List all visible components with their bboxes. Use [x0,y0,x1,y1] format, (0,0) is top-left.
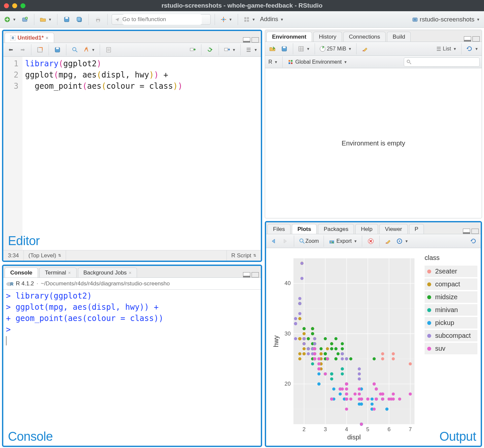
r-version: R 4.1.2 [16,280,34,287]
project-menu[interactable]: R rstudio-screenshots ▼ [410,16,481,23]
svg-point-96 [298,337,301,340]
output-tab-help[interactable]: Help [355,224,378,234]
mode-selector[interactable]: R Script ⇅ [226,250,261,261]
forward-icon[interactable]: ➡ [17,47,28,53]
close-icon[interactable] [4,3,9,8]
load-workspace-icon[interactable] [267,46,278,52]
code-area[interactable]: library(ggplot2) ggplot(mpg, aes(displ, … [22,57,261,250]
output-tab-viewer[interactable]: Viewer [379,224,408,234]
maximize-icon[interactable] [20,3,25,8]
svg-point-287 [313,357,316,360]
zoom-button[interactable]: Zoom [297,238,320,244]
minimize-pane-icon[interactable] [243,272,250,277]
svg-point-201 [345,357,348,360]
outline-icon[interactable]: ▼ [244,47,259,53]
prev-plot-icon[interactable] [268,238,279,244]
svg-point-151 [334,347,337,350]
publish-plot-icon[interactable]: ▼ [395,238,410,244]
tools-button[interactable]: ▼ [219,16,234,23]
new-file-button[interactable]: ▼ [3,16,17,23]
minimize-pane-icon[interactable] [463,229,470,234]
svg-point-228 [300,262,303,265]
cursor-pos: 3:34 [3,250,24,261]
svg-point-213 [298,302,301,305]
svg-text:R: R [12,36,14,40]
env-tab-build[interactable]: Build [387,32,411,42]
svg-point-286 [313,347,316,350]
maximize-pane-icon[interactable] [252,272,259,277]
svg-point-288 [313,352,316,355]
line-gutter: 123 [3,57,22,250]
code-tools-icon[interactable]: ▼ [82,47,96,53]
save-button[interactable] [61,16,72,23]
env-tab-history[interactable]: History [313,32,342,42]
new-project-button[interactable] [19,16,30,23]
scope-selector[interactable]: Global Environment ▼ [286,59,348,65]
run-icon[interactable] [187,47,198,53]
legend-title: class [425,254,477,262]
svg-point-264 [349,398,352,400]
output-tab-p[interactable]: P [409,224,424,234]
env-search-input[interactable] [404,57,480,67]
open-file-button[interactable]: ▼ [38,16,53,23]
svg-point-131 [334,337,337,340]
svg-rect-34 [289,62,290,64]
editor-pane: R Untitled1* × ⬅ ➡ [2,30,262,262]
goto-file-input[interactable] [122,14,202,25]
show-in-new-window-icon[interactable] [35,47,45,53]
svg-rect-29 [283,47,286,48]
console-tab-terminal[interactable]: Terminal × [39,268,76,277]
goto-file-button[interactable] [112,14,211,25]
clear-workspace-icon[interactable] [360,46,370,52]
editor-tab-untitled1[interactable]: R Untitled1* × [5,33,54,43]
minimize-icon[interactable] [12,3,17,8]
editor-caption: Editor [8,234,40,248]
close-tab-icon[interactable]: × [46,35,48,41]
clear-plots-icon[interactable] [383,238,394,244]
output-tabs: FilesPlotsPackagesHelpViewerP [266,222,481,234]
svg-point-194 [332,387,335,390]
minimize-pane-icon[interactable] [464,36,471,42]
console-tab-background-jobs[interactable]: Background Jobs × [78,268,137,277]
lang-selector[interactable]: R ▼ [267,59,279,65]
find-icon[interactable] [70,47,80,53]
rerun-icon[interactable] [205,47,215,53]
print-button[interactable] [93,16,103,23]
refresh-icon[interactable]: ▼ [465,46,480,52]
svg-text:hwy: hwy [273,336,280,347]
export-button[interactable]: Export ▼ [327,238,359,244]
output-tab-plots[interactable]: Plots [292,224,317,234]
env-tab-environment[interactable]: Environment [266,32,312,42]
editor-body[interactable]: 123 library(ggplot2) ggplot(mpg, aes(dis… [3,57,261,250]
console-body[interactable]: > library(ggplot2)> ggplot(mpg, aes(disp… [3,290,261,446]
next-plot-icon[interactable] [280,238,291,244]
maximize-pane-icon[interactable] [472,36,480,42]
output-tab-packages[interactable]: Packages [318,224,354,234]
save-all-button[interactable] [74,16,85,23]
svg-point-280 [326,357,329,360]
maximize-pane-icon[interactable] [471,229,479,234]
save-workspace-icon[interactable] [279,46,290,52]
view-mode[interactable]: List ▼ [435,46,458,52]
compile-report-icon[interactable] [103,47,114,53]
console-tab-console[interactable]: Console [5,268,38,277]
import-dataset-icon[interactable]: ▼ [296,46,311,52]
remove-plot-icon[interactable] [365,238,376,244]
grid-button[interactable]: ▼ [242,16,257,23]
source-icon[interactable]: ▼ [222,47,237,53]
refresh-plot-icon[interactable] [468,238,479,244]
svg-rect-35 [291,62,293,64]
maximize-pane-icon[interactable] [252,37,259,43]
back-icon[interactable]: ⬅ [5,47,16,53]
legend-item-suv: suv [425,343,477,354]
addins-button[interactable]: Addins ▼ [259,16,285,23]
env-tab-connections[interactable]: Connections [343,32,386,42]
svg-rect-9 [97,20,99,22]
scope-selector[interactable]: (Top Level) ⇅ [24,250,66,261]
svg-text:displ: displ [347,433,361,441]
env-toolbar: ▼ 257 MiB ▼ List ▼ ▼ [265,42,482,56]
output-tab-files[interactable]: Files [267,224,291,234]
memory-usage[interactable]: 257 MiB ▼ [318,46,353,52]
save-icon[interactable] [52,47,63,53]
minimize-pane-icon[interactable] [243,37,250,43]
